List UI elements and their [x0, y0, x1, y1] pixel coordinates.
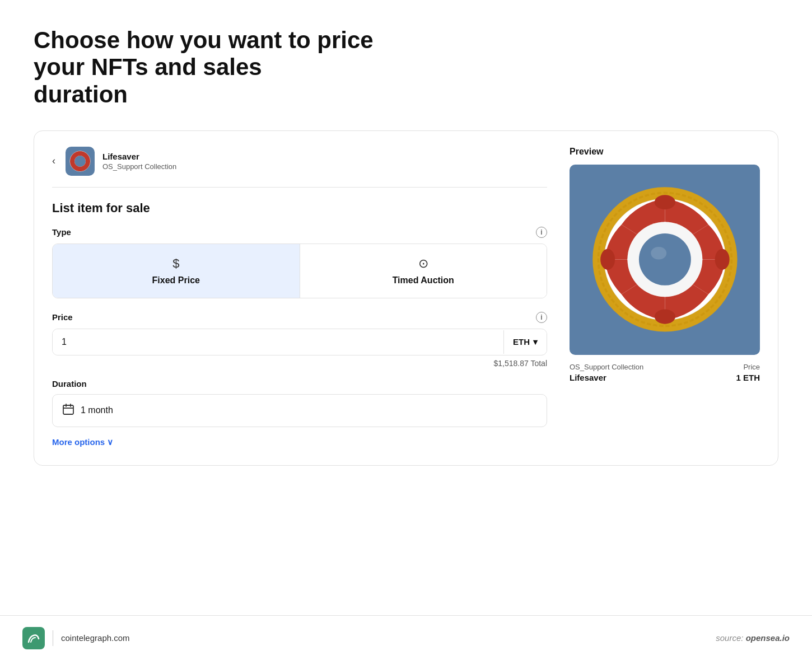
page-footer: cointelegraph.com source: opensea.io: [0, 615, 812, 660]
left-panel: ‹ Lifesaver OS_Support Collec: [52, 147, 547, 447]
timed-auction-label: Timed Auction: [393, 275, 454, 285]
footer-logo: [22, 627, 45, 649]
page-title: Choose how you want to price your NFTs a…: [34, 27, 426, 108]
type-selector: $ Fixed Price ⊙ Timed Auction: [52, 244, 547, 298]
item-thumbnail: [66, 147, 95, 176]
preview-meta: OS_Support Collection Lifesaver Price 1 …: [570, 363, 760, 382]
preview-price-label: Price: [736, 363, 760, 371]
timed-auction-option[interactable]: ⊙ Timed Auction: [300, 244, 547, 298]
svg-point-14: [654, 310, 675, 324]
currency-selector[interactable]: ETH ▾: [503, 330, 547, 354]
footer-divider: [53, 630, 53, 646]
svg-point-9: [639, 233, 691, 285]
footer-source: source: opensea.io: [716, 633, 790, 643]
auction-icon: ⊙: [418, 256, 428, 271]
svg-point-2: [74, 156, 86, 167]
chevron-down-icon: ▾: [533, 337, 538, 347]
preview-image: [570, 165, 760, 355]
duration-value: 1 month: [81, 405, 113, 415]
item-header: ‹ Lifesaver OS_Support Collec: [52, 147, 547, 188]
list-section-title: List item for sale: [52, 201, 547, 216]
svg-rect-3: [63, 405, 73, 414]
main-card: ‹ Lifesaver OS_Support Collec: [34, 130, 778, 466]
type-label: Type i: [52, 227, 547, 238]
right-panel: Preview: [570, 147, 760, 447]
svg-point-13: [654, 195, 675, 210]
svg-point-11: [600, 249, 615, 270]
preview-collection-name: OS_Support Collection: [570, 363, 643, 371]
price-input[interactable]: [53, 329, 503, 355]
price-input-row: ETH ▾: [52, 329, 547, 355]
preview-nft-name: Lifesaver: [570, 373, 643, 382]
price-info-icon[interactable]: i: [536, 312, 547, 323]
more-options-link[interactable]: More options ∨: [52, 437, 547, 447]
footer-site: cointelegraph.com: [61, 633, 130, 643]
svg-point-12: [715, 249, 729, 270]
duration-display[interactable]: 1 month: [52, 394, 547, 427]
item-info: Lifesaver OS_Support Collection: [102, 152, 176, 171]
preview-price-value: 1 ETH: [736, 373, 760, 382]
preview-meta-right: Price 1 ETH: [736, 363, 760, 382]
preview-title: Preview: [570, 147, 760, 157]
price-label: Price i: [52, 312, 547, 323]
footer-brand: opensea.io: [746, 633, 790, 643]
duration-field: Duration 1 month: [52, 379, 547, 427]
item-collection: OS_Support Collection: [102, 162, 176, 171]
dollar-icon: $: [172, 256, 179, 271]
type-field: Type i $ Fixed Price ⊙ Timed Auction: [52, 227, 547, 298]
item-name: Lifesaver: [102, 152, 176, 161]
price-field: Price i ETH ▾ $1,518.87 Total: [52, 312, 547, 368]
calendar-icon: [63, 404, 74, 418]
svg-point-10: [651, 247, 666, 260]
fixed-price-option[interactable]: $ Fixed Price: [53, 244, 300, 298]
duration-label: Duration: [52, 379, 547, 388]
fixed-price-label: Fixed Price: [152, 275, 200, 285]
chevron-down-icon: ∨: [107, 437, 113, 447]
back-arrow[interactable]: ‹: [52, 155, 55, 167]
price-total: $1,518.87 Total: [52, 359, 547, 368]
type-info-icon[interactable]: i: [536, 227, 547, 238]
preview-meta-left: OS_Support Collection Lifesaver: [570, 363, 643, 382]
